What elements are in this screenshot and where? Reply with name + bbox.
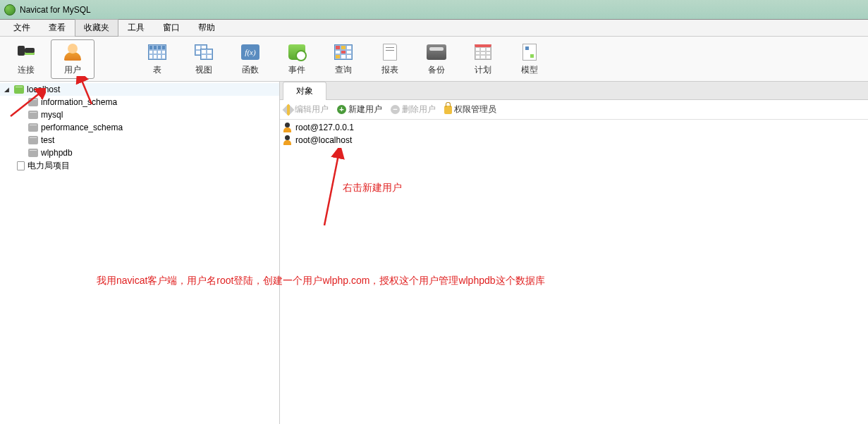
expand-arrow-icon[interactable]: ◢	[4, 86, 11, 93]
database-icon	[28, 149, 38, 157]
delete-user-label: 删除用户	[402, 104, 436, 116]
user-label: 用户	[64, 64, 81, 76]
view-icon	[195, 44, 213, 60]
query-icon	[334, 44, 353, 60]
tab-objects[interactable]: 对象	[283, 82, 326, 100]
titlebar: Navicat for MySQL	[0, 0, 868, 20]
menu-help[interactable]: 帮助	[189, 19, 224, 37]
content-pane: 对象 编辑用户 +新建用户 −删除用户 权限管理员 root@127.0.0.1…	[280, 82, 868, 424]
menu-view[interactable]: 查看	[39, 19, 75, 37]
model-label: 模型	[521, 64, 538, 76]
user-icon	[64, 44, 81, 61]
function-label: 函数	[242, 64, 259, 76]
privilege-label: 权限管理员	[454, 104, 496, 116]
tab-bar: 对象	[280, 82, 868, 100]
lock-icon	[444, 106, 452, 114]
event-icon	[288, 44, 305, 60]
menu-tools[interactable]: 工具	[118, 19, 154, 37]
tree-db-item[interactable]: performance_schema	[0, 121, 279, 134]
server-icon	[14, 85, 24, 94]
app-title: Navicat for MySQL	[20, 5, 91, 15]
user-list-item[interactable]: root@localhost	[283, 134, 865, 146]
user-list[interactable]: root@127.0.0.1 root@localhost	[280, 120, 868, 148]
report-button[interactable]: 报表	[368, 39, 412, 79]
main-toolbar: 连接 用户 表 视图 f(x) 函数 事件 查询 报表 备份 计划 模型	[0, 37, 868, 82]
document-icon	[17, 161, 25, 170]
user-toolbar: 编辑用户 +新建用户 −删除用户 权限管理员	[280, 100, 868, 120]
user-name: root@127.0.0.1	[295, 123, 354, 132]
tree-db-label: wlphpdb	[41, 148, 73, 158]
table-label: 表	[153, 64, 161, 76]
model-icon	[522, 44, 537, 61]
view-label: 视图	[195, 64, 212, 76]
table-icon	[148, 44, 166, 60]
tree-db-label: test	[41, 135, 54, 145]
tree-db-item[interactable]: information_schema	[0, 96, 279, 108]
person-icon	[283, 135, 293, 145]
backup-button[interactable]: 备份	[415, 39, 458, 79]
database-icon	[28, 98, 38, 106]
edit-user-label: 编辑用户	[295, 104, 329, 116]
edit-user-button[interactable]: 编辑用户	[284, 104, 329, 116]
connect-label: 连接	[18, 64, 35, 76]
plus-icon: +	[337, 105, 346, 114]
tree-db-label: information_schema	[41, 97, 117, 107]
model-button[interactable]: 模型	[508, 39, 551, 79]
table-button[interactable]: 表	[135, 39, 179, 79]
query-label: 查询	[335, 64, 352, 76]
tree-folder-item[interactable]: 电力局项目	[0, 159, 279, 172]
user-name: root@localhost	[295, 135, 352, 145]
tree-db-item[interactable]: mysql	[0, 108, 279, 121]
database-icon	[28, 111, 38, 119]
new-user-label: 新建用户	[348, 104, 382, 116]
backup-label: 备份	[428, 64, 445, 76]
tree-db-label: mysql	[41, 110, 63, 120]
database-icon	[28, 123, 38, 132]
new-user-button[interactable]: +新建用户	[337, 104, 382, 116]
report-icon	[383, 44, 397, 61]
connect-button[interactable]: 连接	[4, 39, 48, 79]
minus-icon: −	[391, 105, 400, 114]
backup-icon	[427, 44, 446, 60]
menu-favorites[interactable]: 收藏夹	[75, 19, 118, 37]
query-button[interactable]: 查询	[322, 39, 365, 79]
database-icon	[28, 136, 38, 144]
event-button[interactable]: 事件	[275, 39, 319, 79]
schedule-button[interactable]: 计划	[461, 39, 505, 79]
calendar-icon	[475, 44, 491, 60]
function-icon: f(x)	[241, 44, 259, 60]
schedule-label: 计划	[475, 64, 491, 76]
view-button[interactable]: 视图	[182, 39, 226, 79]
tree-folder-label: 电力局项目	[27, 160, 70, 172]
user-list-item[interactable]: root@127.0.0.1	[283, 121, 865, 134]
tree-db-item[interactable]: test	[0, 134, 279, 146]
main-area: ◢ localhost information_schema mysql per…	[0, 82, 868, 424]
tree-root-localhost[interactable]: ◢ localhost	[0, 83, 279, 96]
app-icon	[4, 4, 16, 15]
plug-icon	[16, 44, 36, 61]
tree-db-label: performance_schema	[41, 123, 123, 132]
delete-user-button[interactable]: −删除用户	[391, 104, 436, 116]
report-label: 报表	[381, 64, 398, 76]
function-button[interactable]: f(x) 函数	[228, 39, 272, 79]
tree-db-item[interactable]: wlphpdb	[0, 146, 279, 159]
user-button[interactable]: 用户	[51, 39, 94, 79]
menubar: 文件 查看 收藏夹 工具 窗口 帮助	[0, 20, 868, 37]
person-icon	[283, 123, 293, 132]
event-label: 事件	[288, 64, 305, 76]
connection-tree[interactable]: ◢ localhost information_schema mysql per…	[0, 82, 280, 424]
tree-root-label: localhost	[27, 85, 60, 94]
menu-window[interactable]: 窗口	[154, 19, 189, 37]
privilege-button[interactable]: 权限管理员	[444, 104, 496, 116]
pencil-icon	[283, 104, 295, 116]
menu-file[interactable]: 文件	[4, 19, 39, 37]
